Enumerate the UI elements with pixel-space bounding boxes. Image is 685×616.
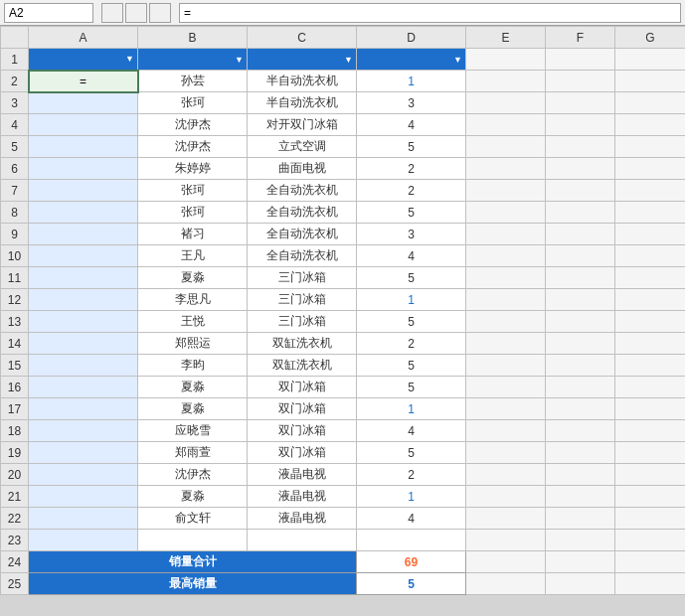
- cell-b[interactable]: 夏淼: [138, 267, 248, 289]
- cell-a[interactable]: [29, 486, 138, 508]
- cell-c[interactable]: 全自动洗衣机: [248, 245, 357, 267]
- cell-b[interactable]: 夏淼: [138, 486, 248, 508]
- cell-c[interactable]: 双门冰箱: [248, 420, 357, 442]
- cell-b[interactable]: 沈伊杰: [138, 136, 248, 158]
- formula-input[interactable]: [179, 3, 681, 23]
- cell-a[interactable]: [29, 180, 138, 202]
- cancel-button[interactable]: [101, 3, 123, 23]
- cell-d[interactable]: 2: [357, 464, 466, 486]
- cell-b[interactable]: 张珂: [138, 92, 248, 114]
- cell-d[interactable]: 2: [357, 180, 466, 202]
- cell-a[interactable]: [29, 136, 138, 158]
- cell-d[interactable]: 1: [357, 289, 466, 311]
- cell-d[interactable]: 1: [357, 398, 466, 420]
- header-seller[interactable]: [138, 49, 248, 71]
- cell-b[interactable]: 郑雨萱: [138, 442, 248, 464]
- col-header-a[interactable]: A: [29, 27, 138, 49]
- col-header-e[interactable]: E: [466, 27, 546, 49]
- cell-c[interactable]: 液晶电视: [248, 486, 357, 508]
- cell-d[interactable]: 5: [357, 355, 466, 377]
- cell-b[interactable]: 应晓雪: [138, 420, 248, 442]
- cell-d[interactable]: 5: [357, 377, 466, 398]
- cell-a[interactable]: [29, 508, 138, 530]
- cell-a[interactable]: [29, 92, 138, 114]
- cell-b[interactable]: 朱婷婷: [138, 158, 248, 180]
- cell-a[interactable]: [29, 202, 138, 224]
- cell-d[interactable]: 1: [357, 71, 466, 92]
- header-product[interactable]: [248, 49, 357, 71]
- cell-a[interactable]: [29, 114, 138, 136]
- cell-b[interactable]: 王凡: [138, 245, 248, 267]
- cell-c[interactable]: 对开双门冰箱: [248, 114, 357, 136]
- cell-d[interactable]: 4: [357, 420, 466, 442]
- name-box[interactable]: A2: [4, 3, 93, 23]
- cell-a[interactable]: [29, 377, 138, 398]
- header-qty[interactable]: [357, 49, 466, 71]
- confirm-button[interactable]: [125, 3, 147, 23]
- cell-c[interactable]: 双门冰箱: [248, 398, 357, 420]
- cell-a[interactable]: [29, 355, 138, 377]
- cell-a[interactable]: [29, 311, 138, 333]
- cell-c[interactable]: 曲面电视: [248, 158, 357, 180]
- cell-d[interactable]: 4: [357, 114, 466, 136]
- cell-c[interactable]: 液晶电视: [248, 464, 357, 486]
- cell-a[interactable]: =: [29, 71, 138, 92]
- col-header-b[interactable]: B: [138, 27, 248, 49]
- cell-a[interactable]: [29, 289, 138, 311]
- cell-b[interactable]: 张珂: [138, 202, 248, 224]
- cell-c[interactable]: 三门冰箱: [248, 289, 357, 311]
- cell-a[interactable]: [29, 245, 138, 267]
- cell-c[interactable]: 全自动洗衣机: [248, 202, 357, 224]
- cell-c[interactable]: 半自动洗衣机: [248, 92, 357, 114]
- cell-a[interactable]: [29, 464, 138, 486]
- cell-d[interactable]: 4: [357, 245, 466, 267]
- cell-b[interactable]: 褚习: [138, 224, 248, 245]
- cell-a[interactable]: [29, 158, 138, 180]
- cell-c[interactable]: 双门冰箱: [248, 377, 357, 398]
- cell-a[interactable]: [29, 442, 138, 464]
- cell-d[interactable]: 5: [357, 202, 466, 224]
- cell-c[interactable]: 双缸洗衣机: [248, 333, 357, 355]
- cell-d[interactable]: 5: [357, 267, 466, 289]
- cell-c[interactable]: 立式空调: [248, 136, 357, 158]
- cell-a[interactable]: [29, 398, 138, 420]
- header-seq[interactable]: [29, 49, 138, 71]
- function-button[interactable]: [149, 3, 171, 23]
- cell-b[interactable]: 俞文轩: [138, 508, 248, 530]
- cell-d[interactable]: 5: [357, 442, 466, 464]
- cell-d[interactable]: 2: [357, 333, 466, 355]
- cell-d[interactable]: 2: [357, 158, 466, 180]
- cell-a[interactable]: [29, 224, 138, 245]
- cell-b[interactable]: 孙芸: [138, 71, 248, 92]
- cell-d[interactable]: 4: [357, 508, 466, 530]
- cell-b[interactable]: 李思凡: [138, 289, 248, 311]
- cell-b[interactable]: 沈伊杰: [138, 464, 248, 486]
- cell-b[interactable]: 夏淼: [138, 377, 248, 398]
- col-header-f[interactable]: F: [546, 27, 615, 49]
- cell-a[interactable]: [29, 420, 138, 442]
- cell-d[interactable]: 1: [357, 486, 466, 508]
- col-header-g[interactable]: G: [615, 27, 686, 49]
- col-header-c[interactable]: C: [248, 27, 357, 49]
- cell-c[interactable]: 双门冰箱: [248, 442, 357, 464]
- cell-d[interactable]: 5: [357, 311, 466, 333]
- cell-b[interactable]: 王悦: [138, 311, 248, 333]
- cell-b[interactable]: 夏淼: [138, 398, 248, 420]
- cell-c[interactable]: 全自动洗衣机: [248, 180, 357, 202]
- col-header-d[interactable]: D: [357, 27, 466, 49]
- cell-c[interactable]: 三门冰箱: [248, 311, 357, 333]
- cell-c[interactable]: 液晶电视: [248, 508, 357, 530]
- cell-c[interactable]: 全自动洗衣机: [248, 224, 357, 245]
- cell-b[interactable]: 李昀: [138, 355, 248, 377]
- cell-b[interactable]: 张珂: [138, 180, 248, 202]
- cell-b[interactable]: 沈伊杰: [138, 114, 248, 136]
- cell-a[interactable]: [29, 267, 138, 289]
- cell-d[interactable]: 3: [357, 92, 466, 114]
- cell-b[interactable]: 郑熙运: [138, 333, 248, 355]
- cell-c[interactable]: 三门冰箱: [248, 267, 357, 289]
- cell-d[interactable]: 5: [357, 136, 466, 158]
- cell-c[interactable]: 半自动洗衣机: [248, 71, 357, 92]
- cell-a[interactable]: [29, 333, 138, 355]
- cell-d[interactable]: 3: [357, 224, 466, 245]
- cell-c[interactable]: 双缸洗衣机: [248, 355, 357, 377]
